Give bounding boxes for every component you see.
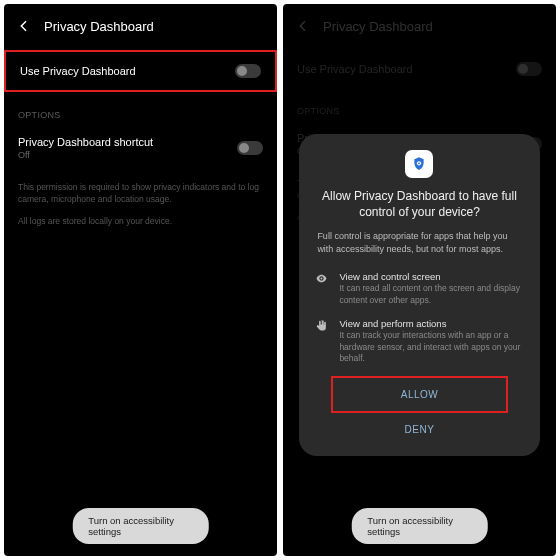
shortcut-sub: Off xyxy=(18,150,153,160)
back-icon xyxy=(295,18,311,34)
shortcut-label: Privacy Dashboard shortcut xyxy=(18,136,153,148)
header: Privacy Dashboard xyxy=(4,4,277,50)
screen-left: Privacy Dashboard Use Privacy Dashboard … xyxy=(4,4,277,556)
perm-perform-actions: View and perform actions It can track yo… xyxy=(313,312,525,370)
section-options: OPTIONS xyxy=(283,88,556,120)
page-title: Privacy Dashboard xyxy=(323,19,433,34)
perm-desc: It can track your interactions with an a… xyxy=(339,330,523,364)
use-privacy-dashboard-row[interactable]: Use Privacy Dashboard xyxy=(4,50,277,92)
screen-right: Privacy Dashboard Use Privacy Dashboard … xyxy=(283,4,556,556)
toggle-switch xyxy=(516,62,542,76)
svg-point-2 xyxy=(321,278,323,280)
dialog-title: Allow Privacy Dashboard to have full con… xyxy=(313,188,525,230)
perm-desc: It can read all content on the screen an… xyxy=(339,283,523,306)
allow-button[interactable]: ALLOW xyxy=(331,376,507,413)
deny-button[interactable]: DENY xyxy=(313,413,525,446)
permission-description: This permission is required to show priv… xyxy=(4,172,277,216)
logs-description: All logs are stored locally on your devi… xyxy=(4,216,277,238)
svg-point-1 xyxy=(419,162,421,164)
toggle-label: Use Privacy Dashboard xyxy=(297,63,413,75)
toggle-switch[interactable] xyxy=(237,141,263,155)
dialog-body: Full control is appropriate for apps tha… xyxy=(313,230,525,265)
back-icon[interactable] xyxy=(16,18,32,34)
eye-icon xyxy=(315,272,329,306)
shortcut-row[interactable]: Privacy Dashboard shortcut Off xyxy=(4,124,277,172)
section-options: OPTIONS xyxy=(4,92,277,124)
toggle-switch[interactable] xyxy=(235,64,261,78)
app-icon xyxy=(405,150,433,178)
use-privacy-dashboard-row: Use Privacy Dashboard xyxy=(283,50,556,88)
hand-icon xyxy=(315,319,329,364)
page-title: Privacy Dashboard xyxy=(44,19,154,34)
turn-on-accessibility-button[interactable]: Turn on accessibility settings xyxy=(351,508,488,544)
perm-view-control: View and control screen It can read all … xyxy=(313,265,525,312)
toggle-label: Use Privacy Dashboard xyxy=(20,65,136,77)
perm-title: View and control screen xyxy=(339,271,523,282)
turn-on-accessibility-button[interactable]: Turn on accessibility settings xyxy=(72,508,209,544)
header: Privacy Dashboard xyxy=(283,4,556,50)
permission-dialog: Allow Privacy Dashboard to have full con… xyxy=(299,134,539,457)
perm-title: View and perform actions xyxy=(339,318,523,329)
